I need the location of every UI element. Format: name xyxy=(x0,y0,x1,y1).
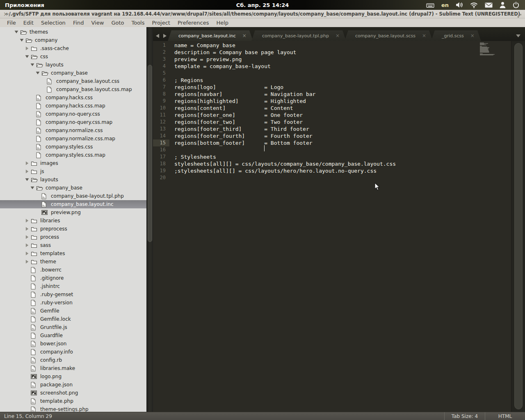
tree-item-.gitignore[interactable]: .gitignore xyxy=(0,274,146,282)
menu-edit[interactable]: Edit xyxy=(20,18,37,27)
tree-item-Gruntfile.js[interactable]: Gruntfile.js xyxy=(0,323,146,331)
tree-item-logo.png[interactable]: logo.png xyxy=(0,372,146,381)
syntax-selector[interactable]: HTML xyxy=(485,412,525,420)
window-titlebar[interactable]: × ~/.gvfs/SFTP для пользователя vagrant … xyxy=(0,10,525,18)
tree-item-company[interactable]: company xyxy=(0,36,146,44)
menu-goto[interactable]: Goto xyxy=(107,18,128,27)
menu-help[interactable]: Help xyxy=(212,18,232,27)
tree-item-company_base.layout.css[interactable]: company_base.layout.css xyxy=(0,77,146,85)
tab-close-icon[interactable]: × xyxy=(470,33,475,39)
mail-icon[interactable] xyxy=(485,2,493,8)
tree-item-template.php[interactable]: template.php xyxy=(0,397,146,405)
tree-item-company_base[interactable]: company_base xyxy=(0,69,146,77)
tree-item-Gemfile[interactable]: Gemfile xyxy=(0,307,146,315)
tree-item-preview.png[interactable]: preview.png xyxy=(0,208,146,217)
minimap[interactable] xyxy=(480,43,509,57)
tree-item-company.styles.css[interactable]: company.styles.css xyxy=(0,143,146,151)
tab-company_base.layout.scss[interactable]: company_base.layout.scss× xyxy=(345,30,433,41)
menu-view[interactable]: View xyxy=(88,18,108,27)
tab-close-icon[interactable]: × xyxy=(336,33,340,39)
editor-scrollbar[interactable] xyxy=(511,41,525,412)
tree-item-screenshot.png[interactable]: screenshot.png xyxy=(0,389,146,397)
tree-item-company.styles.css.map[interactable]: company.styles.css.map xyxy=(0,151,146,159)
chevron-down-icon[interactable] xyxy=(25,55,30,58)
tree-item-libraries.make[interactable]: libraries.make xyxy=(0,364,146,372)
chevron-right-icon[interactable] xyxy=(25,243,30,247)
menu-find[interactable]: Find xyxy=(69,18,88,27)
tree-item-company.normalize.css.map[interactable]: company.normalize.css.map xyxy=(0,135,146,143)
user-icon[interactable] xyxy=(500,2,506,8)
window-close-icon[interactable]: × xyxy=(3,10,8,18)
tree-item-layouts[interactable]: layouts xyxy=(0,61,146,69)
tree-item-company.info[interactable]: company.info xyxy=(0,348,146,356)
tree-item-company_base.layout.inc[interactable]: company_base.layout.inc xyxy=(0,200,146,208)
tree-item-themes[interactable]: themes xyxy=(0,28,146,36)
tree-item-.sass-cache[interactable]: .sass-cache xyxy=(0,44,146,52)
keyboard-layout-indicator[interactable]: en xyxy=(441,2,449,8)
tree-item-bower.json[interactable]: bower.json xyxy=(0,340,146,348)
applications-menu[interactable]: Приложения xyxy=(0,0,49,10)
tree-item-theme-settings.php[interactable]: theme-settings.php xyxy=(0,405,146,412)
tree-item-company.hacks.css.map[interactable]: company.hacks.css.map xyxy=(0,102,146,110)
chevron-right-icon[interactable] xyxy=(25,46,30,50)
tree-item-templates[interactable]: templates xyxy=(0,249,146,258)
wifi-icon[interactable] xyxy=(470,2,478,8)
tree-item-company.no-query.css[interactable]: company.no-query.css xyxy=(0,110,146,118)
chevron-right-icon[interactable] xyxy=(25,251,30,256)
chevron-down-icon[interactable] xyxy=(35,71,40,75)
tab-scroll-left-icon[interactable] xyxy=(155,32,160,40)
chevron-right-icon[interactable] xyxy=(25,227,30,231)
tree-item-preprocess[interactable]: preprocess xyxy=(0,225,146,233)
tab-company_base.layout.inc[interactable]: company_base.layout.inc× xyxy=(168,30,253,41)
tree-item-config.rb[interactable]: config.rb xyxy=(0,356,146,364)
tree-item-company_base[interactable]: company_base xyxy=(0,184,146,192)
tree-item-js[interactable]: js xyxy=(0,167,146,176)
sidebar-scrollbar-thumb[interactable] xyxy=(148,65,152,242)
tab-company_base-layout.tpl.php[interactable]: company_base-layout.tpl.php× xyxy=(251,30,346,41)
tree-item-images[interactable]: images xyxy=(0,159,146,167)
tree-item-sass[interactable]: sass xyxy=(0,241,146,249)
chevron-down-icon[interactable] xyxy=(30,63,35,66)
chevron-down-icon[interactable] xyxy=(30,186,35,189)
code-editor[interactable]: 1name = Company base2description = Compa… xyxy=(153,41,511,412)
menu-preferences[interactable]: Preferences xyxy=(174,18,212,27)
power-icon[interactable] xyxy=(513,2,519,8)
tree-item-theme[interactable]: theme xyxy=(0,258,146,266)
chevron-right-icon[interactable] xyxy=(25,219,30,223)
tab-_grid.scss[interactable]: _grid.scss× xyxy=(431,30,481,41)
volume-icon[interactable] xyxy=(456,2,463,8)
tab-close-icon[interactable]: × xyxy=(242,33,247,39)
tab-size-selector[interactable]: Tab Size: 4 xyxy=(444,412,485,420)
tree-item-company.hacks.css[interactable]: company.hacks.css xyxy=(0,94,146,102)
tab-list-dropdown-icon[interactable] xyxy=(516,32,521,39)
menu-project[interactable]: Project xyxy=(148,18,173,27)
tree-item-company_base.layout.css.map[interactable]: company_base.layout.css.map xyxy=(0,85,146,94)
chevron-right-icon[interactable] xyxy=(25,161,30,165)
chevron-down-icon[interactable] xyxy=(25,178,30,181)
tab-close-icon[interactable]: × xyxy=(422,33,426,39)
menu-file[interactable]: File xyxy=(3,18,20,27)
chevron-right-icon[interactable] xyxy=(25,235,30,239)
keyboard-icon[interactable] xyxy=(426,2,434,8)
tree-item-.bowerrc[interactable]: .bowerrc xyxy=(0,266,146,274)
tab-scroll-right-icon[interactable] xyxy=(162,32,167,40)
sidebar-scrollbar[interactable] xyxy=(146,27,153,412)
chevron-right-icon[interactable] xyxy=(25,260,30,264)
chevron-down-icon[interactable] xyxy=(14,30,19,34)
tree-item-company.normalize.css[interactable]: company.normalize.css xyxy=(0,126,146,135)
menu-selection[interactable]: Selection xyxy=(37,18,69,27)
tree-item-.ruby-version[interactable]: .ruby-version xyxy=(0,299,146,307)
chevron-right-icon[interactable] xyxy=(25,169,30,173)
panel-clock[interactable]: Сб. апр. 25 14:24 xyxy=(236,2,289,8)
editor-scrollbar-thumb[interactable] xyxy=(514,43,523,409)
tree-item-company_base-layout.tpl.php[interactable]: company_base-layout.tpl.php xyxy=(0,192,146,200)
tree-item-css[interactable]: css xyxy=(0,52,146,61)
chevron-down-icon[interactable] xyxy=(19,39,24,42)
tree-item-layouts[interactable]: layouts xyxy=(0,176,146,184)
menu-tools[interactable]: Tools xyxy=(128,18,148,27)
tree-item-libraries[interactable]: libraries xyxy=(0,217,146,225)
tree-item-Guardfile[interactable]: Guardfile xyxy=(0,331,146,340)
tree-item-package.json[interactable]: package.json xyxy=(0,381,146,389)
tree-item-company.no-query.css.map[interactable]: company.no-query.css.map xyxy=(0,118,146,126)
tree-item-process[interactable]: process xyxy=(0,233,146,241)
